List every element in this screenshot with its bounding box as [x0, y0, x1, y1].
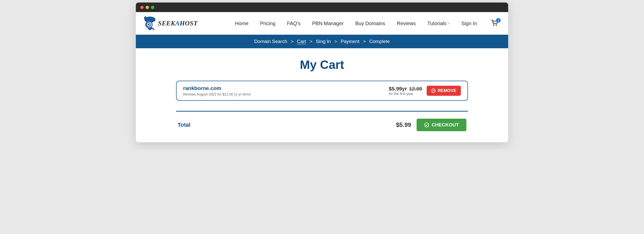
nav-pbn-manager[interactable]: PBN Manager: [312, 21, 344, 26]
checkout-button[interactable]: CHECKOUT: [417, 119, 466, 131]
nav-faqs[interactable]: FAQ's: [287, 21, 301, 26]
logo-text: SEEKAHOST: [158, 20, 198, 27]
remove-button[interactable]: REMOVE: [427, 86, 461, 96]
cart-item-actions: $5.99yr 12.00 for the first year REMOVE: [389, 86, 461, 96]
total-amount: $5.99: [396, 121, 411, 128]
window-minimize-button[interactable]: [146, 6, 149, 9]
svg-point-6: [496, 25, 497, 26]
breadcrumb-cart[interactable]: Cart: [297, 39, 306, 44]
window-maximize-button[interactable]: [151, 6, 154, 9]
window-titlebar: [136, 3, 508, 12]
nav-home[interactable]: Home: [235, 21, 248, 26]
site-logo[interactable]: SEEKAHOST: [143, 15, 198, 32]
cart-item-row: rankborne.com Renews August 2022 for $12…: [176, 81, 468, 101]
chevron-down-icon: ▾: [448, 21, 450, 25]
nav-pricing[interactable]: Pricing: [260, 21, 275, 26]
cart-item-domain: rankborne.com: [183, 85, 251, 91]
divider: [176, 111, 468, 112]
breadcrumb-separator: >: [363, 39, 366, 44]
window-close-button[interactable]: [140, 6, 144, 9]
nav-reviews[interactable]: Reviews: [397, 21, 416, 26]
cart-count-badge: 1: [496, 18, 501, 23]
nav-sign-in[interactable]: Sign In: [461, 21, 477, 26]
cart-item-info: rankborne.com Renews August 2022 for $12…: [183, 85, 251, 96]
cart-button[interactable]: 1: [491, 20, 498, 27]
cart-item-price: $5.99yr 12.00 for the first year: [389, 86, 422, 96]
breadcrumb-separator: >: [310, 39, 312, 44]
breadcrumb-domain-search[interactable]: Domain Search: [254, 39, 287, 44]
price-subtext: for the first year: [389, 92, 422, 96]
breadcrumb-payment[interactable]: Payment: [341, 39, 359, 44]
nav-tutorials[interactable]: Tutorials ▾: [427, 21, 450, 26]
cart-item-renew-text: Renews August 2022 for $12.00 (1-yr term…: [183, 92, 251, 96]
price-current: $5.99yr: [389, 86, 407, 91]
browser-window: SEEKAHOST Home Pricing FAQ's PBN Manager…: [136, 3, 508, 142]
checkout-breadcrumb: Domain Search > Cart > Sing In > Payment…: [136, 35, 508, 48]
main-nav: Home Pricing FAQ's PBN Manager Buy Domai…: [203, 20, 498, 27]
site-header: SEEKAHOST Home Pricing FAQ's PBN Manager…: [136, 12, 508, 35]
remove-icon: [431, 88, 436, 93]
price-original: 12.00: [409, 86, 422, 91]
breadcrumb-complete[interactable]: Complete: [369, 39, 390, 44]
svg-point-3: [148, 24, 149, 26]
breadcrumb-separator: >: [334, 39, 337, 44]
nav-buy-domains[interactable]: Buy Domains: [355, 21, 385, 26]
total-row: Total $5.99 CHECKOUT: [176, 119, 468, 132]
check-circle-icon: [424, 122, 429, 127]
breadcrumb-sign-in[interactable]: Sing In: [316, 39, 331, 44]
breadcrumb-separator: >: [291, 39, 294, 44]
cart-content: rankborne.com Renews August 2022 for $12…: [136, 81, 508, 142]
logo-mascot-icon: [143, 15, 157, 32]
svg-point-5: [493, 25, 495, 26]
total-label: Total: [178, 122, 190, 128]
page-title: My Cart: [136, 48, 508, 81]
